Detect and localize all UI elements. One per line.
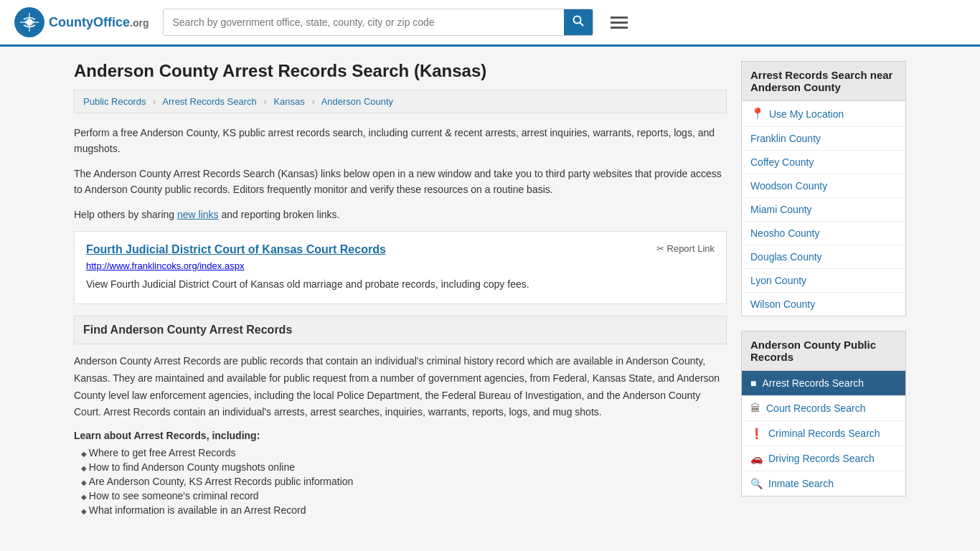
nearby-item[interactable]: Franklin County bbox=[742, 127, 905, 151]
breadcrumb: Public Records › Arrest Records Search ›… bbox=[74, 90, 727, 113]
logo-icon bbox=[14, 7, 44, 37]
inmate-icon: 🔍 bbox=[750, 478, 763, 489]
nearby-item[interactable]: Lyon County bbox=[742, 269, 905, 293]
record-header: Fourth Judicial District Court of Kansas… bbox=[86, 243, 715, 256]
sidebar-item-arrest[interactable]: ■ Arrest Records Search bbox=[742, 371, 905, 396]
breadcrumb-link-kansas[interactable]: Kansas bbox=[273, 96, 304, 107]
use-location-item[interactable]: 📍 Use My Location bbox=[742, 101, 905, 127]
logo-text: CountyOffice.org bbox=[49, 15, 149, 30]
criminal-link[interactable]: Criminal Records Search bbox=[768, 428, 880, 439]
inmate-link[interactable]: Inmate Search bbox=[768, 478, 834, 489]
arrest-link[interactable]: Arrest Records Search bbox=[762, 377, 864, 389]
page-title: Anderson County Arrest Records Search (K… bbox=[74, 61, 727, 81]
description-2: The Anderson County Arrest Records Searc… bbox=[74, 166, 727, 198]
breadcrumb-link-anderson[interactable]: Anderson County bbox=[321, 96, 393, 107]
nearby-link[interactable]: Woodson County bbox=[750, 180, 827, 192]
bullet-list: Where to get free Arrest Records How to … bbox=[81, 447, 727, 516]
list-item: Where to get free Arrest Records bbox=[81, 447, 727, 458]
arrest-icon: ■ bbox=[750, 377, 756, 389]
court-icon: 🏛 bbox=[750, 402, 760, 414]
nearby-link[interactable]: Douglas County bbox=[750, 251, 822, 263]
nearby-title: Arrest Records Search near Anderson Coun… bbox=[741, 61, 906, 100]
record-description: View Fourth Judicial District Court of K… bbox=[86, 277, 715, 292]
sidebar-item-court[interactable]: 🏛 Court Records Search bbox=[742, 396, 905, 421]
nearby-section: Arrest Records Search near Anderson Coun… bbox=[741, 61, 906, 316]
search-button[interactable] bbox=[564, 9, 593, 35]
description-3: Help others by sharing new links and rep… bbox=[74, 207, 727, 222]
breadcrumb-link-public-records[interactable]: Public Records bbox=[83, 96, 146, 107]
location-icon: 📍 bbox=[750, 107, 765, 121]
scissors-icon: ✂ bbox=[656, 243, 664, 254]
nearby-link[interactable]: Coffey County bbox=[750, 156, 814, 168]
nearby-item[interactable]: Neosho County bbox=[742, 222, 905, 245]
record-url-link[interactable]: http://www.franklincoks.org/index.aspx bbox=[86, 260, 244, 271]
nearby-link[interactable]: Lyon County bbox=[750, 275, 806, 286]
record-url: http://www.franklincoks.org/index.aspx bbox=[86, 260, 715, 271]
sidebar-item-inmate[interactable]: 🔍 Inmate Search bbox=[742, 471, 905, 496]
public-records-section: Anderson County Public Records ■ Arrest … bbox=[741, 331, 906, 496]
nearby-link[interactable]: Neosho County bbox=[750, 227, 820, 239]
svg-point-4 bbox=[574, 17, 581, 24]
nearby-list: 📍 Use My Location Franklin County Coffey… bbox=[741, 100, 906, 316]
nearby-item[interactable]: Coffey County bbox=[742, 151, 905, 174]
record-title-link[interactable]: Fourth Judicial District Court of Kansas… bbox=[86, 243, 386, 255]
nearby-item[interactable]: Miami County bbox=[742, 198, 905, 222]
sidebar-item-driving[interactable]: 🚗 Driving Records Search bbox=[742, 446, 905, 471]
report-link-button[interactable]: ✂ Report Link bbox=[656, 243, 715, 254]
nearby-link[interactable]: Wilson County bbox=[750, 298, 815, 310]
menu-button[interactable] bbox=[608, 14, 631, 32]
find-section-header: Find Anderson County Arrest Records bbox=[74, 316, 727, 344]
sidebar-item-criminal[interactable]: ❗ Criminal Records Search bbox=[742, 421, 905, 446]
nearby-item[interactable]: Wilson County bbox=[742, 293, 905, 316]
nearby-link[interactable]: Franklin County bbox=[750, 133, 821, 144]
search-input[interactable] bbox=[164, 11, 564, 34]
use-location-link[interactable]: Use My Location bbox=[769, 108, 844, 120]
header: CountyOffice.org bbox=[0, 0, 980, 47]
record-title: Fourth Judicial District Court of Kansas… bbox=[86, 243, 386, 256]
record-card: Fourth Judicial District Court of Kansas… bbox=[74, 231, 727, 304]
nearby-item[interactable]: Woodson County bbox=[742, 174, 905, 198]
public-records-title: Anderson County Public Records bbox=[741, 331, 906, 370]
new-links-link[interactable]: new links bbox=[177, 209, 219, 220]
list-item: How to see someone's criminal record bbox=[81, 490, 727, 501]
driving-icon: 🚗 bbox=[750, 453, 763, 464]
driving-link[interactable]: Driving Records Search bbox=[768, 453, 875, 464]
list-item: How to find Anderson County mugshots onl… bbox=[81, 461, 727, 473]
list-item: What information is available in an Arre… bbox=[81, 504, 727, 516]
main-content: Anderson County Arrest Records Search (K… bbox=[74, 61, 727, 519]
public-records-list: ■ Arrest Records Search 🏛 Court Records … bbox=[741, 370, 906, 496]
criminal-icon: ❗ bbox=[750, 428, 763, 439]
svg-line-5 bbox=[580, 23, 584, 27]
nearby-item[interactable]: Douglas County bbox=[742, 245, 905, 269]
description-1: Perform a free Anderson County, KS publi… bbox=[74, 125, 727, 157]
logo[interactable]: CountyOffice.org bbox=[14, 7, 149, 37]
list-item: Are Anderson County, KS Arrest Records p… bbox=[81, 476, 727, 487]
search-bar bbox=[163, 9, 593, 36]
court-link[interactable]: Court Records Search bbox=[766, 402, 866, 414]
learn-header: Learn about Arrest Records, including: bbox=[74, 430, 727, 441]
content-wrapper: Anderson County Arrest Records Search (K… bbox=[60, 47, 920, 533]
find-section-body: Anderson County Arrest Records are publi… bbox=[74, 353, 727, 421]
sidebar: Arrest Records Search near Anderson Coun… bbox=[741, 61, 906, 519]
nearby-link[interactable]: Miami County bbox=[750, 204, 812, 215]
breadcrumb-link-arrest[interactable]: Arrest Records Search bbox=[162, 96, 257, 107]
